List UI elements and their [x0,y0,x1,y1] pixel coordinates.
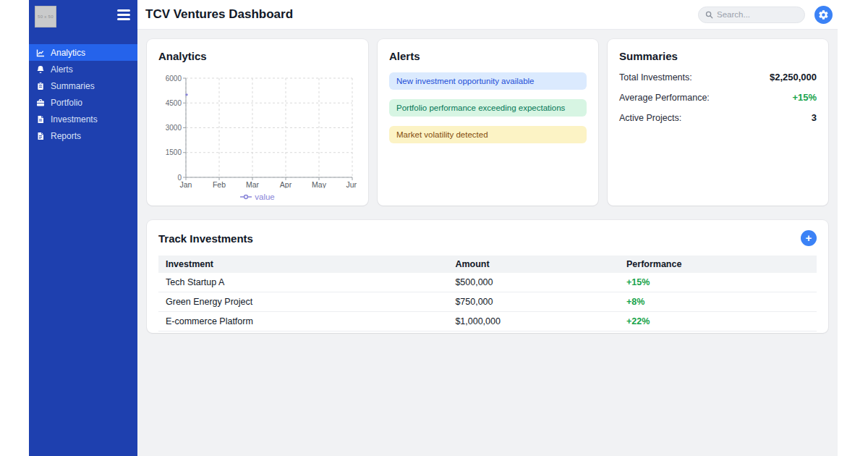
svg-text:3000: 3000 [166,124,182,132]
app-container: 50 x 50 AnalyticsAlertsSummariesPortfoli… [29,0,838,456]
analytics-card: Analytics 01500300045006000JanFebMarAprM… [147,39,368,206]
add-investment-button[interactable]: + [801,230,817,246]
cell-performance: +15% [619,273,817,292]
analytics-chart-wrap: 01500300045006000JanFebMarAprMayJun valu… [158,68,357,201]
svg-text:Feb: Feb [213,180,226,188]
chart-line-icon [36,48,45,57]
cell-amount: $500,000 [448,273,619,292]
summary-label: Total Investments: [619,72,692,83]
column-header-amount: Amount [448,256,619,273]
logo-placeholder-image: 50 x 50 [35,6,56,28]
column-header-performance: Performance [619,256,817,273]
summary-value: $2,250,000 [770,72,817,83]
file-icon [36,132,45,140]
header: TCV Ventures Dashboard [137,0,838,30]
bell-icon [36,65,45,74]
logo-placeholder-text: 50 x 50 [38,14,54,19]
cell-performance: +22% [619,312,817,332]
sidebar-item-reports[interactable]: Reports [29,127,137,144]
alert-item: Portfolio performance exceeding expectat… [389,99,587,117]
summaries-list: Total Investments:$2,250,000Average Perf… [619,72,817,123]
sidebar-item-investments[interactable]: Investments [29,111,137,127]
svg-text:May: May [312,180,327,188]
gear-icon [818,9,829,20]
header-actions [698,6,833,24]
sidebar-nav: AnalyticsAlertsSummariesPortfolioInvestm… [29,44,137,144]
table-row: E-commerce Platform$1,000,000+22% [158,312,817,332]
summary-row: Total Investments:$2,250,000 [619,72,817,83]
summary-value: +15% [792,92,817,103]
sidebar-item-label: Portfolio [51,98,82,108]
summary-row: Average Performance:+15% [619,92,817,103]
track-investments-card: Track Investments + InvestmentAmountPerf… [147,220,828,333]
sidebar-item-label: Reports [51,131,81,141]
sidebar-item-label: Analytics [51,48,85,58]
summary-label: Active Projects: [619,113,681,123]
investments-table: InvestmentAmountPerformance Tech Startup… [158,256,817,332]
cell-investment: Tech Startup A [158,273,448,292]
svg-text:6000: 6000 [166,75,182,83]
briefcase-icon [36,98,45,107]
table-row: Green Energy Project$750,000+8% [158,292,817,312]
table-header-row: InvestmentAmountPerformance [158,256,817,273]
settings-button[interactable] [814,6,833,24]
analytics-card-title: Analytics [158,50,357,62]
svg-text:Jan: Jan [180,180,192,188]
cell-amount: $1,000,000 [448,312,619,332]
legend-item: value [240,193,275,201]
legend-label: value [255,193,275,201]
investments-table-body: Tech Startup A$500,000+15%Green Energy P… [158,273,817,332]
alerts-card: Alerts New investment opportunity availa… [378,39,598,206]
svg-text:Jun: Jun [346,180,357,188]
summary-cards-row: Analytics 01500300045006000JanFebMarAprM… [147,39,828,206]
search-box[interactable] [698,7,805,23]
svg-text:Mar: Mar [246,180,260,188]
main-content: Analytics 01500300045006000JanFebMarAprM… [137,30,838,456]
alerts-card-title: Alerts [389,50,587,62]
cell-amount: $750,000 [448,292,619,312]
sidebar-item-label: Investments [51,114,98,124]
sidebar-item-portfolio[interactable]: Portfolio [29,94,137,111]
track-investments-title: Track Investments [158,232,253,245]
legend-line-marker-icon [240,194,252,200]
cell-performance: +8% [619,292,817,312]
alerts-list: New investment opportunity availablePort… [389,72,587,143]
hamburger-menu-icon[interactable] [117,9,130,21]
investments-table-head: InvestmentAmountPerformance [158,256,817,273]
sidebar-item-label: Alerts [51,64,73,75]
summary-row: Active Projects:3 [619,112,817,123]
summary-value: 3 [812,112,817,123]
clipboard-icon [36,82,45,90]
column-header-investment: Investment [158,256,448,273]
plus-icon: + [806,232,812,243]
summaries-card: Summaries Total Investments:$2,250,000Av… [608,39,828,206]
table-row: Tech Startup A$500,000+15% [158,273,817,292]
sidebar-item-label: Summaries [51,81,95,91]
svg-text:Apr: Apr [280,180,292,188]
sidebar-item-analytics[interactable]: Analytics [29,44,137,61]
summaries-card-title: Summaries [619,50,817,62]
track-investments-header: Track Investments + [158,230,817,246]
summary-label: Average Performance: [619,93,710,103]
search-input[interactable] [717,10,798,19]
cell-investment: Green Energy Project [158,292,448,312]
sidebar: 50 x 50 AnalyticsAlertsSummariesPortfoli… [29,0,137,456]
sidebar-item-alerts[interactable]: Alerts [29,61,137,77]
search-icon [705,11,713,19]
sidebar-item-summaries[interactable]: Summaries [29,77,137,94]
svg-text:4500: 4500 [166,99,182,107]
analytics-line-chart: 01500300045006000JanFebMarAprMayJun [158,68,357,188]
alert-item: Market volatility detected [389,126,587,143]
page-title: TCV Ventures Dashboard [145,7,293,22]
cell-investment: E-commerce Platform [158,312,448,332]
alert-item: New investment opportunity available [389,72,587,90]
chart-legend: value [158,193,357,201]
file-invoice-icon [36,115,45,124]
svg-text:1500: 1500 [166,148,182,156]
